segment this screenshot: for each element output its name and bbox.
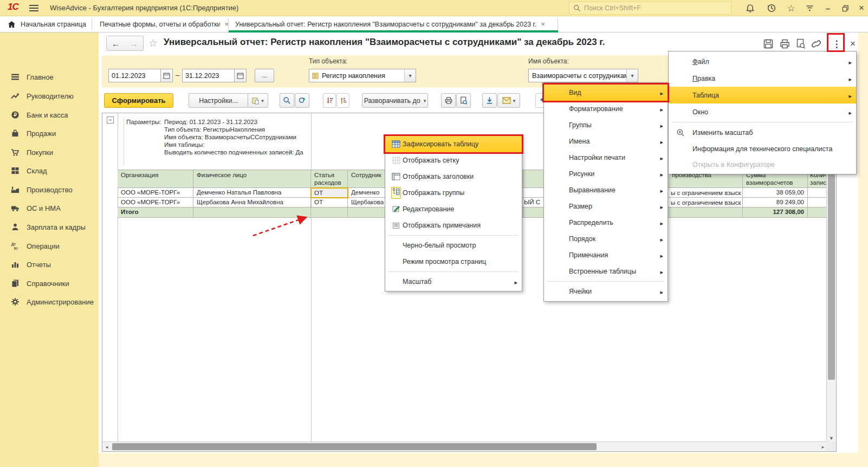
sidebar-item-manager[interactable]: Руководителю bbox=[0, 88, 99, 104]
menu-item-show-grid[interactable]: Отображать сетку bbox=[385, 152, 522, 168]
sidebar-item-directories[interactable]: Справочники bbox=[0, 275, 99, 291]
tab-home[interactable]: Начальная страница bbox=[0, 16, 92, 32]
favorites-star-icon[interactable] bbox=[785, 3, 798, 14]
sidebar-item-administration[interactable]: Администрирование bbox=[0, 294, 99, 310]
find-next-button[interactable] bbox=[295, 93, 309, 108]
menu-item-window[interactable]: Окно bbox=[669, 103, 856, 120]
menu-item-formatting[interactable]: Форматирование bbox=[544, 101, 668, 117]
print-preview-icon[interactable] bbox=[794, 38, 807, 50]
cell-sum[interactable]: 89 249,00 bbox=[743, 198, 808, 207]
menu-item-page-view-mode[interactable]: Режим просмотра страниц bbox=[385, 254, 522, 270]
cell-sum[interactable]: 38 059,00 bbox=[743, 188, 808, 198]
horizontal-scroll-thumb[interactable] bbox=[112, 443, 597, 450]
history-clock-icon[interactable] bbox=[765, 3, 778, 14]
minimize-button[interactable] bbox=[821, 3, 834, 14]
notifications-bell-icon[interactable] bbox=[743, 3, 756, 14]
menu-item-cells[interactable]: Ячейки bbox=[544, 283, 668, 300]
menu-item-editing[interactable]: Редактирование bbox=[385, 201, 522, 217]
menu-item-zoom[interactable]: Масштаб bbox=[385, 274, 522, 290]
date-to-input[interactable] bbox=[182, 69, 234, 82]
search-input[interactable] bbox=[584, 4, 731, 12]
global-search[interactable] bbox=[569, 2, 731, 15]
favorite-star-icon[interactable] bbox=[148, 37, 158, 49]
dropdown-arrow-icon[interactable] bbox=[626, 69, 638, 82]
menu-item-show-notes[interactable]: Отображать примечания bbox=[385, 217, 522, 234]
cell-hidden-fragment[interactable]: ЫЙ С bbox=[523, 198, 545, 207]
menu-item-change-zoom[interactable]: Изменить масштаб bbox=[669, 124, 856, 141]
tab-close-icon[interactable] bbox=[541, 20, 545, 28]
menu-item-print-settings[interactable]: Настройки печати bbox=[544, 150, 668, 166]
sidebar-item-salary[interactable]: Зарплата и кадры bbox=[0, 219, 99, 235]
sidebar-item-reports[interactable]: Отчеты bbox=[0, 256, 99, 273]
sort-ascending-button[interactable] bbox=[336, 93, 349, 108]
restore-button[interactable] bbox=[839, 3, 852, 14]
menu-item-distribute[interactable]: Распределить bbox=[544, 215, 668, 231]
cell-hidden[interactable] bbox=[523, 188, 545, 198]
menu-item-pictures[interactable]: Рисунки bbox=[544, 166, 668, 182]
expand-to-combo[interactable]: Разворачивать до ▾ bbox=[362, 93, 428, 108]
menu-item-table[interactable]: Таблица bbox=[669, 87, 856, 103]
sidebar-item-production[interactable]: Производство bbox=[0, 181, 99, 198]
find-button[interactable] bbox=[280, 93, 294, 108]
save-icon[interactable] bbox=[762, 38, 775, 50]
cell-person[interactable]: Щербакова Анна Михайловна bbox=[193, 198, 311, 207]
menu-item-show-headers[interactable]: Отображать заголовки bbox=[385, 168, 522, 185]
sidebar-item-main[interactable]: Главное bbox=[0, 69, 99, 85]
more-menu-icon[interactable] bbox=[830, 38, 843, 50]
collapse-group-icon[interactable] bbox=[107, 116, 114, 124]
menu-item-tech-info[interactable]: Информация для технического специалиста bbox=[669, 141, 856, 157]
calendar-icon[interactable] bbox=[160, 69, 173, 82]
sidebar-item-fixed-assets[interactable]: ОС и НМА bbox=[0, 200, 99, 216]
functions-menu-icon[interactable] bbox=[803, 3, 816, 14]
menu-item-size[interactable]: Размер bbox=[544, 198, 668, 215]
link-icon[interactable] bbox=[809, 38, 822, 50]
print-button[interactable] bbox=[441, 93, 456, 108]
settings-button[interactable]: Настройки... bbox=[189, 93, 248, 108]
object-name-combo[interactable]: Взаиморасчеты с сотрудниками bbox=[528, 69, 638, 82]
vertical-scroll-thumb[interactable] bbox=[828, 163, 835, 380]
scroll-down-icon[interactable]: ▼ bbox=[827, 436, 836, 441]
menu-item-black-white[interactable]: Черно-белый просмотр bbox=[385, 237, 522, 254]
close-report-icon[interactable] bbox=[846, 38, 859, 50]
sidebar-item-operations[interactable]: ДтКт Операции bbox=[0, 238, 99, 254]
cell-count[interactable] bbox=[808, 188, 827, 198]
menu-item-groups[interactable]: Группы bbox=[544, 117, 668, 133]
tab-printed-forms[interactable]: Печатные формы, отчеты и обработки bbox=[92, 16, 229, 32]
object-type-combo[interactable]: Регистр накопления bbox=[309, 69, 416, 82]
nav-forward-button[interactable]: → bbox=[125, 36, 144, 51]
menu-item-notes[interactable]: Примечания bbox=[544, 247, 668, 263]
close-window-button[interactable] bbox=[855, 3, 868, 14]
cell-count[interactable] bbox=[808, 198, 827, 207]
horizontal-scrollbar[interactable]: ◂ ▸ bbox=[102, 442, 827, 451]
menu-item-alignment[interactable]: Выравнивание bbox=[544, 182, 668, 198]
menu-item-names[interactable]: Имена bbox=[544, 133, 668, 150]
cell-person[interactable]: Демченко Наталья Павловна bbox=[193, 188, 311, 198]
cell-org[interactable]: ООО «МОРЕ-ТОРГ» bbox=[118, 198, 193, 207]
period-variants-button[interactable]: ... bbox=[255, 69, 274, 82]
sidebar-item-sales[interactable]: Продажи bbox=[0, 125, 99, 141]
sidebar-item-warehouse[interactable]: Склад bbox=[0, 163, 99, 179]
tab-universal-report[interactable]: Универсальный отчет: Регистр накопления … bbox=[229, 16, 558, 32]
scroll-left-icon[interactable]: ◂ bbox=[103, 444, 110, 450]
scroll-right-icon[interactable]: ▸ bbox=[820, 444, 826, 450]
print-icon[interactable] bbox=[778, 38, 791, 50]
report-variants-button[interactable]: ▾ bbox=[248, 93, 268, 108]
generate-button[interactable]: Сформировать bbox=[104, 93, 173, 108]
hamburger-menu-icon[interactable] bbox=[29, 5, 38, 11]
menu-item-show-groups[interactable]: Отображать группы bbox=[385, 185, 522, 201]
send-mail-button[interactable]: ▾ bbox=[497, 93, 520, 108]
sort-descending-button[interactable] bbox=[323, 93, 336, 108]
preview-button[interactable] bbox=[456, 93, 471, 108]
sidebar-item-bank[interactable]: ₽ Банк и касса bbox=[0, 107, 99, 123]
sidebar-item-purchases[interactable]: Покупки bbox=[0, 144, 99, 160]
menu-item-freeze-table[interactable]: Зафиксировать таблицу bbox=[385, 136, 522, 152]
cell-org[interactable]: ООО «МОРЕ-ТОРГ» bbox=[118, 188, 193, 198]
menu-item-order[interactable]: Порядок bbox=[544, 231, 668, 247]
menu-item-edit[interactable]: Правка bbox=[669, 70, 856, 87]
date-from-input[interactable] bbox=[108, 69, 160, 82]
menu-item-embedded-tables[interactable]: Встроенные таблицы bbox=[544, 263, 668, 280]
export-button[interactable] bbox=[482, 93, 497, 108]
cell-article[interactable]: ОТ bbox=[311, 198, 348, 207]
menu-item-view[interactable]: Вид bbox=[544, 85, 668, 101]
menu-item-file[interactable]: Файл bbox=[669, 53, 856, 70]
